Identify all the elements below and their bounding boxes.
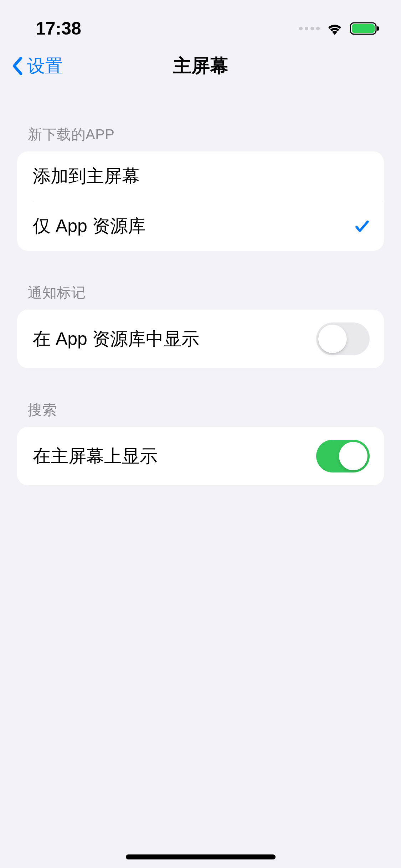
section-badges: 通知标记 在 App 资源库中显示: [17, 283, 384, 368]
section-new-apps: 新下载的APP 添加到主屏幕 仅 App 资源库: [17, 125, 384, 251]
chevron-left-icon: [11, 57, 24, 75]
group-new-apps: 添加到主屏幕 仅 App 资源库: [17, 151, 384, 251]
option-add-to-home[interactable]: 添加到主屏幕: [17, 151, 384, 201]
home-indicator[interactable]: [126, 854, 276, 859]
nav-bar: 设置 主屏幕: [0, 50, 401, 89]
section-header-badges: 通知标记: [17, 283, 384, 310]
page-title: 主屏幕: [173, 53, 228, 78]
option-label: 添加到主屏幕: [33, 164, 140, 188]
battery-icon: [350, 21, 380, 36]
toggle-show-on-home[interactable]: [316, 440, 370, 472]
status-bar: 17:38: [0, 0, 401, 50]
group-badges: 在 App 资源库中显示: [17, 310, 384, 368]
status-right: [299, 21, 380, 36]
row-show-in-library: 在 App 资源库中显示: [17, 310, 384, 368]
group-search: 在主屏幕上显示: [17, 427, 384, 485]
cellular-signal-icon: [299, 27, 320, 30]
row-show-on-home: 在主屏幕上显示: [17, 427, 384, 485]
back-button[interactable]: 设置: [11, 54, 63, 78]
svg-rect-2: [377, 26, 379, 31]
option-label: 仅 App 资源库: [33, 214, 146, 238]
section-header-search: 搜索: [17, 400, 384, 427]
toggle-show-in-library[interactable]: [316, 322, 370, 355]
row-label: 在主屏幕上显示: [33, 444, 158, 468]
checkmark-icon: [354, 218, 370, 234]
status-time: 17:38: [36, 18, 81, 39]
svg-rect-1: [352, 24, 375, 33]
section-search: 搜索 在主屏幕上显示: [17, 400, 384, 485]
option-app-library-only[interactable]: 仅 App 资源库: [33, 201, 384, 251]
section-header-new-apps: 新下载的APP: [17, 125, 384, 151]
back-label: 设置: [27, 54, 63, 78]
row-label: 在 App 资源库中显示: [33, 327, 199, 351]
wifi-icon: [326, 22, 343, 35]
